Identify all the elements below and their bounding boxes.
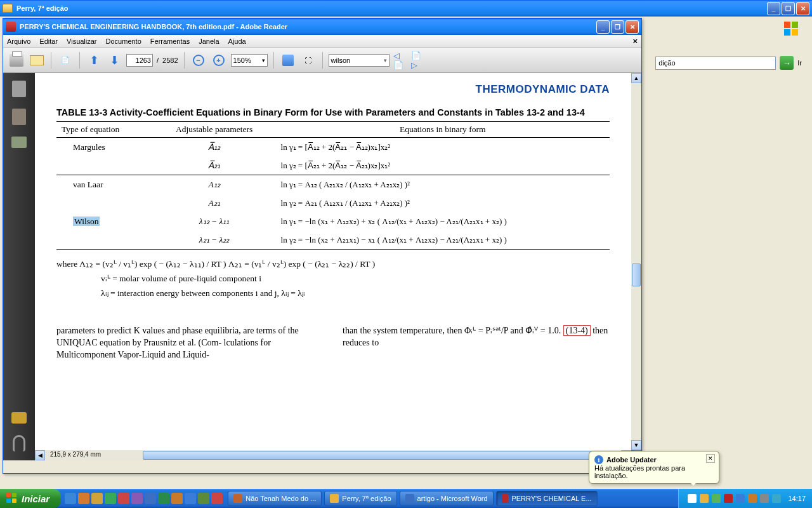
- zoom-value: 150%: [233, 57, 251, 64]
- go-label: Ir: [797, 59, 802, 67]
- go-button[interactable]: →: [780, 56, 794, 70]
- menu-arquivo[interactable]: Arquivo: [7, 37, 30, 45]
- table-row: A₂₁ ln γ₂ = A₂₁ ( A₁₂x₁ / (A₁₂x₁ + A₂₁x₂…: [56, 194, 610, 212]
- separator: [51, 52, 51, 69]
- print-button[interactable]: [8, 52, 25, 69]
- ql-icon[interactable]: [211, 493, 223, 504]
- reader-titlebar[interactable]: PERRY'S CHEMICAL ENGINEERING HANDBOOK, 7…: [3, 18, 641, 35]
- reader-maximize-button[interactable]: ❐: [611, 20, 624, 34]
- tray-icon[interactable]: [712, 494, 721, 503]
- explorer-close-button[interactable]: ✕: [796, 2, 809, 15]
- task-icon: [233, 494, 242, 503]
- signatures-panel-icon[interactable]: [11, 137, 27, 148]
- fit-button[interactable]: ⛶: [300, 52, 317, 69]
- taskbar-task[interactable]: PERRY'S CHEMICAL E...: [496, 491, 598, 506]
- bookmarks-panel-icon[interactable]: [12, 109, 26, 125]
- tray-icon[interactable]: [736, 494, 745, 503]
- zoom-in-button[interactable]: +: [211, 52, 227, 69]
- find-prev-button[interactable]: ◁📄: [393, 53, 407, 67]
- page-total: 2582: [162, 57, 178, 64]
- reader-close-button[interactable]: ✕: [625, 20, 639, 34]
- clock[interactable]: 14:17: [784, 495, 806, 502]
- search-value: wilson: [331, 57, 351, 64]
- scroll-up-icon[interactable]: ▲: [631, 73, 641, 83]
- search-input[interactable]: wilson: [329, 54, 390, 67]
- horizontal-scrollbar[interactable]: 215,9 x 279,4 mm ◀ ▶: [35, 450, 631, 460]
- ql-icon[interactable]: [118, 493, 129, 504]
- save-button[interactable]: [280, 52, 296, 69]
- toolbar: 📄 ⬆ ⬇ / 2582 − + 150% ⛶ wilson ◁📄 📄▷: [3, 48, 641, 73]
- ql-icon[interactable]: [198, 493, 209, 504]
- disk-icon: [282, 55, 294, 66]
- where-block: where Λ₁₂ = (v₂ᴸ / v₁ᴸ) exp ( − (λ₁₂ − λ…: [56, 257, 610, 301]
- taskbar-task[interactable]: artigo - Microsoft Word: [400, 491, 494, 506]
- scroll-thumb[interactable]: [632, 264, 641, 286]
- taskbar: Iniciar Não Tenah Medo do ... Perry, 7ª …: [0, 489, 812, 508]
- explorer-maximize-button[interactable]: ❐: [782, 2, 795, 15]
- menu-janela[interactable]: Janela: [199, 37, 219, 45]
- explorer-minimize-button[interactable]: _: [767, 2, 780, 15]
- scroll-down-icon[interactable]: ▼: [631, 440, 641, 450]
- explorer-titlebar[interactable]: Perry, 7ª edição _ ❐ ✕: [0, 0, 812, 17]
- menu-ajuda[interactable]: Ajuda: [228, 37, 246, 45]
- ql-icon[interactable]: [145, 493, 156, 504]
- menu-editar[interactable]: Editar: [39, 37, 58, 45]
- separator: [322, 52, 323, 69]
- col-header: Type of equation: [56, 122, 153, 138]
- separator: [273, 52, 274, 69]
- table-row: Margules A̅₁₂ ln γ₁ = [A̅₁₂ + 2(A̅₂₁ − A…: [56, 138, 610, 157]
- tray-icon[interactable]: [772, 494, 781, 503]
- menubar-close-button[interactable]: ×: [632, 36, 638, 46]
- left-column: parameters to predict K values and phase…: [56, 325, 324, 361]
- comments-panel-icon[interactable]: [11, 412, 27, 424]
- start-button[interactable]: Iniciar: [0, 489, 61, 508]
- tray-icon[interactable]: [760, 494, 769, 503]
- table-row: A̅₂₁ ln γ₂ = [A̅₂₁ + 2(A̅₁₂ − A̅₂₁)x₂]x₁…: [56, 156, 610, 175]
- balloon-close-button[interactable]: ✕: [706, 454, 715, 463]
- document-area: THERMODYNAMIC DATA TABLE 13-3 Activity-C…: [35, 73, 641, 460]
- email-button[interactable]: [29, 52, 45, 69]
- task-icon: [405, 494, 414, 503]
- ql-icon[interactable]: [105, 493, 116, 504]
- prev-page-button[interactable]: ⬆: [86, 52, 102, 69]
- page-separator: /: [157, 57, 159, 64]
- pages-panel-icon[interactable]: [12, 81, 26, 97]
- reader-minimize-button[interactable]: _: [596, 20, 610, 34]
- pdf-icon: [6, 22, 16, 32]
- zoom-select[interactable]: 150%: [231, 54, 268, 67]
- page-header: THERMODYNAMIC DATA: [56, 83, 610, 96]
- ql-icon[interactable]: [158, 493, 169, 504]
- find-next-button[interactable]: 📄▷: [411, 53, 425, 67]
- address-input[interactable]: [655, 57, 776, 70]
- task-label: Perry, 7ª edição: [342, 495, 391, 502]
- page-number-input[interactable]: [126, 54, 153, 67]
- ql-icon[interactable]: [171, 493, 183, 504]
- ql-icon[interactable]: [78, 493, 89, 504]
- where-line: λᵢⱼ = interaction energy between compone…: [56, 286, 610, 301]
- table-title: TABLE 13-3 Activity-Coefficient Equation…: [56, 107, 610, 117]
- equation-ref: (13-4): [563, 325, 591, 336]
- page-view-button[interactable]: 📄: [57, 52, 74, 69]
- menu-ferramentas[interactable]: Ferramentas: [150, 37, 190, 45]
- taskbar-task[interactable]: Não Tenah Medo do ...: [228, 491, 322, 506]
- tray-icon[interactable]: [724, 494, 733, 503]
- table-row: Wilson λ₁₂ − λ₁₁ ln γ₁ = −ln (x₁ + Λ₁₂x₂…: [56, 212, 610, 231]
- ql-icon[interactable]: [185, 493, 196, 504]
- pdf-page[interactable]: THERMODYNAMIC DATA TABLE 13-3 Activity-C…: [35, 73, 631, 450]
- tray-icon[interactable]: [748, 494, 757, 503]
- start-label: Iniciar: [22, 493, 49, 504]
- menu-visualizar[interactable]: Visualizar: [67, 37, 97, 45]
- taskbar-task[interactable]: Perry, 7ª edição: [324, 491, 396, 506]
- ql-icon[interactable]: [65, 493, 76, 504]
- ql-icon[interactable]: [131, 493, 143, 504]
- ql-icon[interactable]: [91, 493, 103, 504]
- vertical-scrollbar[interactable]: ▲ ▼: [631, 73, 641, 450]
- next-page-button[interactable]: ⬇: [106, 52, 122, 69]
- menu-documento[interactable]: Documento: [106, 37, 141, 45]
- tray-icon[interactable]: [700, 494, 709, 503]
- tray-icon[interactable]: [688, 494, 697, 503]
- zoom-out-button[interactable]: −: [190, 52, 207, 69]
- attachments-panel-icon[interactable]: [13, 435, 25, 451]
- scroll-thumb[interactable]: [143, 451, 612, 460]
- scroll-left-icon[interactable]: ◀: [35, 450, 45, 460]
